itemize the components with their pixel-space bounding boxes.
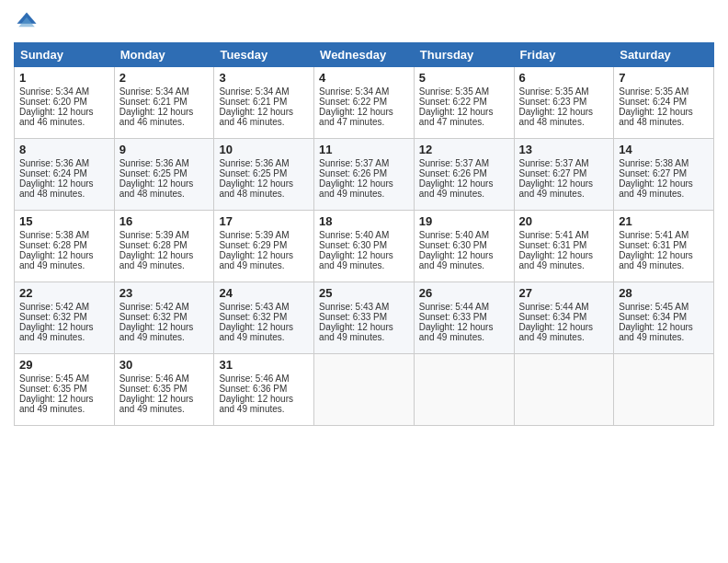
day-detail: Sunrise: 5:43 AM (319, 302, 409, 312)
day-detail: Sunrise: 5:34 AM (19, 86, 109, 97)
logo-icon (14, 9, 40, 35)
day-cell: 6Sunrise: 5:35 AMSunset: 6:23 PMDaylight… (514, 67, 614, 139)
day-detail: Sunset: 6:31 PM (619, 240, 709, 250)
day-detail: and 49 minutes. (619, 189, 709, 199)
day-detail: Daylight: 12 hours (219, 107, 309, 117)
day-cell: 2Sunrise: 5:34 AMSunset: 6:21 PMDaylight… (114, 67, 214, 139)
day-number: 29 (19, 358, 109, 372)
day-cell: 8Sunrise: 5:36 AMSunset: 6:24 PMDaylight… (15, 139, 115, 211)
day-number: 1 (19, 71, 109, 85)
day-detail: Sunset: 6:34 PM (519, 312, 609, 322)
day-detail: Sunrise: 5:41 AM (519, 230, 609, 240)
day-detail: and 46 minutes. (119, 117, 210, 127)
day-detail: Sunrise: 5:34 AM (219, 86, 309, 97)
day-cell: 24Sunrise: 5:43 AMSunset: 6:32 PMDayligh… (214, 282, 314, 354)
day-number: 12 (419, 143, 509, 156)
calendar: SundayMondayTuesdayWednesdayThursdayFrid… (14, 42, 714, 426)
day-detail: Sunset: 6:25 PM (119, 168, 210, 178)
day-detail: Sunset: 6:30 PM (419, 240, 509, 250)
day-number: 9 (119, 143, 210, 156)
week-row-3: 15Sunrise: 5:38 AMSunset: 6:28 PMDayligh… (15, 211, 714, 282)
day-detail: Sunrise: 5:37 AM (419, 158, 509, 168)
day-detail: Daylight: 12 hours (119, 107, 210, 117)
day-detail: Sunrise: 5:38 AM (19, 230, 109, 240)
day-detail: Daylight: 12 hours (19, 178, 109, 189)
day-detail: Daylight: 12 hours (619, 107, 709, 117)
day-cell: 5Sunrise: 5:35 AMSunset: 6:22 PMDaylight… (414, 67, 514, 139)
day-detail: and 49 minutes. (19, 404, 109, 414)
day-detail: and 49 minutes. (219, 404, 309, 414)
day-number: 3 (219, 71, 309, 85)
day-detail: Sunrise: 5:35 AM (419, 86, 509, 97)
day-cell: 28Sunrise: 5:45 AMSunset: 6:34 PMDayligh… (614, 282, 714, 354)
day-detail: Daylight: 12 hours (419, 322, 509, 332)
day-detail: Daylight: 12 hours (319, 107, 409, 117)
day-detail: Daylight: 12 hours (219, 394, 309, 404)
day-cell: 22Sunrise: 5:42 AMSunset: 6:32 PMDayligh… (15, 282, 115, 354)
day-detail: Sunrise: 5:37 AM (319, 158, 409, 168)
day-detail: Sunset: 6:28 PM (119, 240, 210, 250)
day-detail: Daylight: 12 hours (19, 107, 109, 117)
day-detail: and 49 minutes. (119, 332, 210, 342)
day-detail: Sunrise: 5:42 AM (119, 302, 210, 312)
day-detail: Sunrise: 5:46 AM (119, 373, 210, 384)
day-detail: Sunrise: 5:39 AM (119, 230, 210, 240)
day-cell: 11Sunrise: 5:37 AMSunset: 6:26 PMDayligh… (314, 139, 415, 211)
day-number: 22 (19, 286, 109, 300)
day-cell: 16Sunrise: 5:39 AMSunset: 6:28 PMDayligh… (114, 211, 214, 282)
day-cell: 17Sunrise: 5:39 AMSunset: 6:29 PMDayligh… (214, 211, 314, 282)
day-number: 5 (419, 71, 509, 85)
day-detail: and 49 minutes. (119, 404, 210, 414)
day-detail: Sunrise: 5:34 AM (119, 86, 210, 97)
day-detail: and 49 minutes. (119, 260, 210, 270)
day-detail: Sunrise: 5:43 AM (219, 302, 309, 312)
day-number: 17 (219, 214, 309, 228)
day-detail: Sunset: 6:33 PM (419, 312, 509, 322)
day-cell (414, 354, 514, 426)
day-cell: 1Sunrise: 5:34 AMSunset: 6:20 PMDaylight… (15, 67, 115, 139)
page: SundayMondayTuesdayWednesdayThursdayFrid… (0, 0, 728, 563)
day-number: 31 (219, 358, 309, 372)
day-detail: Sunset: 6:34 PM (619, 312, 709, 322)
day-detail: and 46 minutes. (219, 117, 309, 127)
day-cell: 3Sunrise: 5:34 AMSunset: 6:21 PMDaylight… (214, 67, 314, 139)
day-detail: Daylight: 12 hours (519, 178, 609, 189)
day-cell: 29Sunrise: 5:45 AMSunset: 6:35 PMDayligh… (15, 354, 115, 426)
day-detail: Sunset: 6:26 PM (419, 168, 509, 178)
day-cell: 23Sunrise: 5:42 AMSunset: 6:32 PMDayligh… (114, 282, 214, 354)
day-number: 8 (19, 143, 109, 156)
day-detail: and 48 minutes. (619, 117, 709, 127)
day-number: 16 (119, 214, 210, 228)
day-detail: and 48 minutes. (119, 189, 210, 199)
col-header-thursday: Thursday (414, 43, 514, 67)
col-header-tuesday: Tuesday (214, 43, 314, 67)
day-detail: Sunrise: 5:39 AM (219, 230, 309, 240)
day-detail: Sunset: 6:27 PM (519, 168, 609, 178)
day-detail: Daylight: 12 hours (119, 394, 210, 404)
day-detail: and 48 minutes. (519, 117, 609, 127)
day-detail: Sunrise: 5:36 AM (219, 158, 309, 168)
day-detail: and 49 minutes. (319, 332, 409, 342)
day-detail: and 49 minutes. (319, 260, 409, 270)
week-row-1: 1Sunrise: 5:34 AMSunset: 6:20 PMDaylight… (15, 67, 714, 139)
day-detail: and 46 minutes. (19, 117, 109, 127)
week-row-4: 22Sunrise: 5:42 AMSunset: 6:32 PMDayligh… (15, 282, 714, 354)
day-detail: and 49 minutes. (419, 332, 509, 342)
day-number: 7 (619, 71, 709, 85)
day-detail: and 49 minutes. (219, 332, 309, 342)
day-cell: 31Sunrise: 5:46 AMSunset: 6:36 PMDayligh… (214, 354, 314, 426)
day-detail: Sunset: 6:35 PM (119, 384, 210, 394)
day-cell: 21Sunrise: 5:41 AMSunset: 6:31 PMDayligh… (614, 211, 714, 282)
day-cell: 9Sunrise: 5:36 AMSunset: 6:25 PMDaylight… (114, 139, 214, 211)
day-detail: Sunrise: 5:42 AM (19, 302, 109, 312)
day-detail: Sunrise: 5:44 AM (519, 302, 609, 312)
day-detail: Sunrise: 5:41 AM (619, 230, 709, 240)
day-detail: Sunrise: 5:37 AM (519, 158, 609, 168)
day-detail: Sunrise: 5:34 AM (319, 86, 409, 97)
day-cell: 19Sunrise: 5:40 AMSunset: 6:30 PMDayligh… (414, 211, 514, 282)
day-detail: Daylight: 12 hours (119, 178, 210, 189)
day-number: 11 (319, 143, 409, 156)
day-number: 25 (319, 286, 409, 300)
day-detail: and 49 minutes. (519, 332, 609, 342)
day-cell (514, 354, 614, 426)
